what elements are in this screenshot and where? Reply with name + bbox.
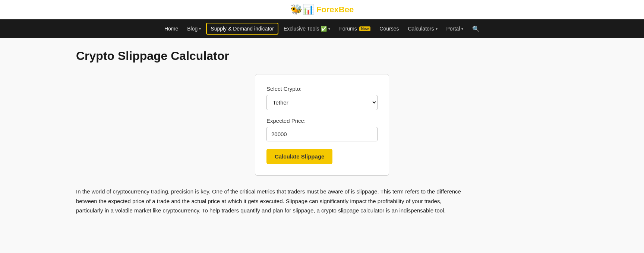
forums-new-badge: New [359,26,371,31]
nav-item-forums[interactable]: Forums New [335,23,374,34]
calculate-slippage-button[interactable]: Calculate Slippage [266,149,332,164]
nav-item-blog[interactable]: Blog ▾ [183,23,205,34]
select-crypto-label: Select Crypto: [266,86,378,92]
nav-item-supply-demand[interactable]: Supply & Demand indicator [206,23,278,35]
search-icon[interactable]: 🔍 [468,23,483,35]
logo-text: ForexBee [316,5,354,15]
nav-item-home[interactable]: Home [161,23,182,34]
page-title: Crypto Slippage Calculator [76,49,568,63]
nav-item-calculators[interactable]: Calculators ▾ [404,23,441,34]
expected-price-input[interactable] [266,127,378,141]
description-text: In the world of cryptocurrency trading, … [76,187,467,215]
calculator-card: Select Crypto: Tether Bitcoin Ethereum B… [255,74,389,176]
crypto-select[interactable]: Tether Bitcoin Ethereum Binance Coin Car… [266,95,378,110]
nav-item-courses[interactable]: Courses [376,23,402,34]
main-nav: Home Blog ▾ Supply & Demand indicator Ex… [0,19,644,38]
logo-bee-icon: 🐝📊 [290,4,314,15]
calculators-chevron-icon: ▾ [436,27,438,31]
portal-chevron-icon: ▾ [461,27,463,31]
nav-item-exclusive-tools[interactable]: Exclusive Tools ✅ ▾ [280,23,334,34]
expected-price-label: Expected Price: [266,118,378,124]
site-header: 🐝📊 ForexBee [0,0,644,19]
main-content: Crypto Slippage Calculator Select Crypto… [61,38,583,227]
blog-chevron-icon: ▾ [199,27,201,31]
nav-item-portal[interactable]: Portal ▾ [443,23,467,34]
logo[interactable]: 🐝📊 ForexBee [290,4,354,15]
exclusive-tools-chevron-icon: ▾ [328,27,330,31]
